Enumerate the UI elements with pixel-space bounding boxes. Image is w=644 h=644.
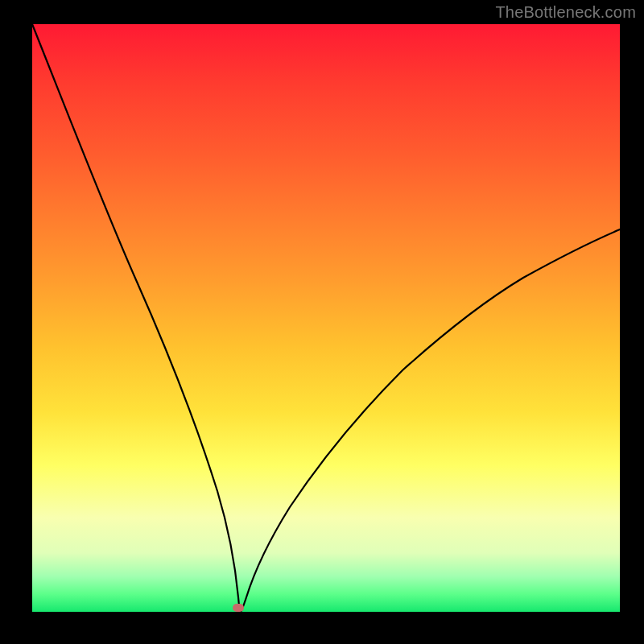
- chart-frame: TheBottleneck.com: [0, 0, 644, 644]
- bottleneck-curve: [32, 24, 620, 612]
- watermark-text: TheBottleneck.com: [495, 3, 636, 22]
- plot-area: [32, 24, 620, 612]
- minimum-marker: [233, 604, 244, 612]
